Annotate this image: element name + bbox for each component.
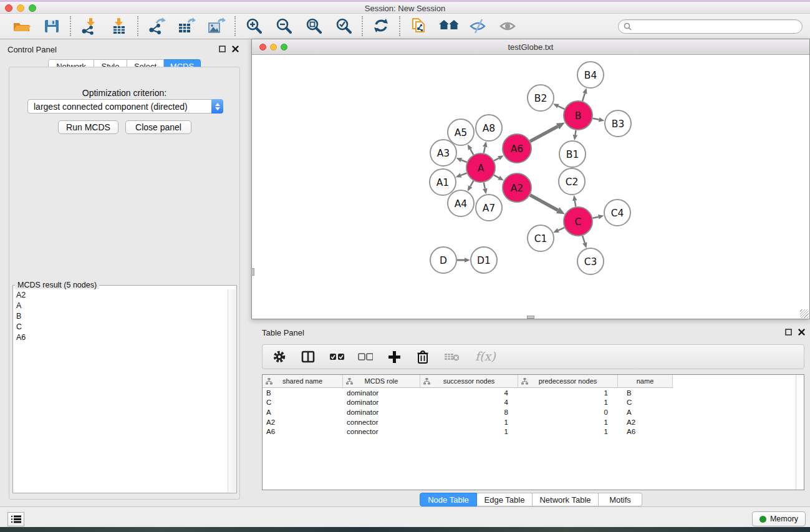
show-columns-button[interactable]: [301, 347, 316, 366]
result-item-b[interactable]: B: [14, 311, 228, 321]
table-row-b[interactable]: Bdominator41B: [263, 388, 795, 398]
column-header-successor-nodes[interactable]: successor nodes: [420, 375, 518, 388]
close-panel-icon[interactable]: [798, 329, 805, 336]
graph-node-a7[interactable]: A7: [476, 195, 502, 221]
edge-A6-B[interactable]: [530, 127, 557, 142]
edge-A-A1[interactable]: [461, 173, 467, 175]
mcds-result-list[interactable]: A2ABCA6: [14, 289, 228, 492]
graph-node-d1[interactable]: D1: [471, 247, 497, 273]
result-item-a6[interactable]: A6: [14, 332, 228, 342]
first-neighbors-button[interactable]: [438, 17, 458, 36]
edge-A-A2[interactable]: [494, 175, 499, 178]
import-network-button[interactable]: [79, 17, 99, 36]
table-row-a[interactable]: Adominator80A: [263, 407, 795, 417]
tab-node-table[interactable]: Node Table: [420, 493, 477, 506]
network-canvas[interactable]: B4B2BB3A5A8A6B1A3AA1C2A2A4A7C4CC1C3DD1: [252, 56, 809, 319]
horizontal-scrollbar-thumb[interactable]: [527, 316, 534, 319]
graph-node-c1[interactable]: C1: [528, 225, 554, 251]
select-all-button[interactable]: [329, 347, 344, 366]
edge-A-A5[interactable]: [470, 149, 473, 155]
graph-node-a4[interactable]: A4: [448, 190, 474, 216]
hide-selected-button[interactable]: [468, 17, 488, 36]
graph-node-a3[interactable]: A3: [430, 140, 456, 166]
duplicate-network-button[interactable]: [408, 17, 428, 36]
result-item-a[interactable]: A: [14, 300, 228, 311]
graph-node-c3[interactable]: C3: [577, 248, 604, 274]
edge-A-A8[interactable]: [484, 147, 485, 153]
export-image-button[interactable]: [206, 17, 226, 36]
graph-node-b[interactable]: B: [564, 101, 592, 130]
graph-node-a[interactable]: A: [466, 153, 495, 182]
close-panel-button[interactable]: Close panel: [125, 120, 191, 134]
edge-C-C3[interactable]: [582, 236, 585, 243]
edge-A-A7[interactable]: [484, 183, 485, 189]
graph-node-d[interactable]: D: [430, 247, 456, 273]
result-item-c[interactable]: C: [14, 321, 228, 332]
edge-C-C2[interactable]: [575, 201, 576, 207]
graph-node-a8[interactable]: A8: [476, 115, 502, 141]
graph-node-b2[interactable]: B2: [528, 85, 554, 111]
column-header-name[interactable]: name: [618, 375, 673, 388]
float-panel-icon[interactable]: [785, 329, 792, 336]
open-file-button[interactable]: [12, 17, 32, 36]
table-row-c[interactable]: Cdominator41C: [263, 398, 795, 408]
edge-A-A6[interactable]: [494, 158, 499, 161]
search-box[interactable]: [618, 19, 803, 34]
edge-A-A4[interactable]: [470, 181, 473, 186]
add-column-button[interactable]: [387, 347, 402, 366]
edge-C-C4[interactable]: [592, 217, 598, 218]
graph-node-a5[interactable]: A5: [448, 119, 474, 145]
table-scrollbar[interactable]: [796, 375, 804, 490]
node-table[interactable]: shared nameMCDS rolesuccessor nodesprede…: [262, 374, 804, 490]
edge-A-A3[interactable]: [461, 160, 467, 163]
edge-B-B1[interactable]: [575, 130, 576, 135]
result-scrollbar[interactable]: [228, 289, 236, 492]
delete-table-button[interactable]: [444, 347, 459, 366]
vertical-scrollbar-thumb[interactable]: [251, 268, 254, 276]
show-panels-button[interactable]: [7, 512, 24, 526]
network-window-titlebar[interactable]: testGlobe.txt: [252, 39, 809, 55]
tab-motifs[interactable]: Motifs: [599, 493, 642, 506]
graph-node-b3[interactable]: B3: [605, 110, 631, 137]
table-row-a6[interactable]: A6connector11A6: [263, 427, 795, 437]
table-settings-button[interactable]: [272, 347, 287, 366]
edge-A2-C[interactable]: [530, 195, 558, 211]
optimization-criterion-dropdown[interactable]: largest connected component (directed): [27, 99, 223, 114]
graph-node-b4[interactable]: B4: [577, 62, 604, 88]
graph-node-a2[interactable]: A2: [503, 173, 531, 202]
column-header-MCDS-role[interactable]: MCDS role: [343, 375, 420, 388]
search-input[interactable]: [635, 22, 797, 31]
zoom-out-button[interactable]: [274, 17, 294, 36]
graph-node-a1[interactable]: A1: [430, 169, 456, 195]
show-all-button[interactable]: [498, 17, 518, 36]
import-table-button[interactable]: [109, 17, 129, 36]
graph-node-c[interactable]: C: [564, 207, 592, 236]
edge-B-B3[interactable]: [593, 118, 599, 120]
result-item-a2[interactable]: A2: [14, 289, 228, 300]
function-builder-button[interactable]: f(x): [473, 347, 501, 366]
graph-node-c2[interactable]: C2: [559, 168, 585, 195]
edge-B-B2[interactable]: [558, 106, 564, 109]
edge-C-C1[interactable]: [558, 228, 564, 230]
table-row-a2[interactable]: A2connector11A2: [263, 417, 795, 427]
deselect-all-button[interactable]: [358, 347, 373, 366]
zoom-fit-button[interactable]: [304, 17, 324, 36]
graph-node-c4[interactable]: C4: [604, 200, 630, 226]
float-panel-icon[interactable]: [219, 46, 226, 52]
column-header-predecessor-nodes[interactable]: predecessor nodes: [518, 375, 618, 388]
memory-button[interactable]: Memory: [752, 511, 806, 526]
export-network-button[interactable]: [147, 17, 166, 36]
graph-node-a6[interactable]: A6: [503, 134, 531, 163]
zoom-in-button[interactable]: [244, 17, 264, 36]
graph-node-b1[interactable]: B1: [559, 141, 586, 167]
zoom-selected-button[interactable]: [334, 17, 354, 36]
export-table-button[interactable]: [176, 17, 196, 36]
run-mcds-button[interactable]: Run MCDS: [58, 120, 118, 134]
close-panel-icon[interactable]: [232, 46, 239, 52]
tab-network-table[interactable]: Network Table: [533, 493, 599, 506]
save-session-button[interactable]: [42, 17, 62, 36]
tab-edge-table[interactable]: Edge Table: [477, 493, 533, 506]
delete-column-button[interactable]: [415, 347, 430, 366]
edge-B-B4[interactable]: [582, 94, 585, 101]
resize-grip[interactable]: [800, 309, 809, 318]
